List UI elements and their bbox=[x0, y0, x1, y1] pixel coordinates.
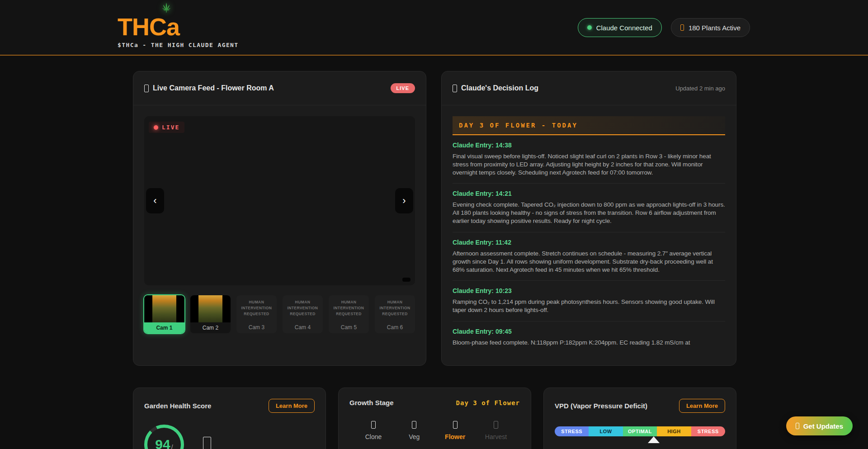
log-entry: Claude Entry: 14:21 Evening check comple… bbox=[453, 184, 725, 232]
growth-stages: Clone Veg Flower Harvest bbox=[349, 421, 520, 440]
video-control-pill[interactable] bbox=[402, 278, 410, 282]
harvest-icon bbox=[494, 421, 498, 429]
vpd-segment-stress-low: STRESS bbox=[555, 426, 589, 436]
cam4-label: Cam 4 bbox=[284, 324, 321, 331]
app-header: THCa $THCa - THE HIGH CLAUDE AGENT Claud… bbox=[0, 0, 868, 56]
vpd-segment-low: LOW bbox=[589, 426, 623, 436]
log-entry-text: Final visual sweep before lights-off. No… bbox=[453, 152, 725, 176]
cam2-preview-image bbox=[190, 295, 231, 322]
live-badge: LIVE bbox=[391, 83, 415, 93]
vpd-learn-more-button[interactable]: Learn More bbox=[679, 399, 725, 413]
plants-active-label: 180 Plants Active bbox=[689, 24, 741, 32]
logo: THCa $THCa - THE HIGH CLAUDE AGENT bbox=[118, 0, 239, 48]
vpd-segment-optimal: OPTIMAL bbox=[623, 426, 657, 436]
health-learn-more-button[interactable]: Learn More bbox=[269, 399, 315, 413]
vpd-bar: STRESS LOW OPTIMAL HIGH STRESS bbox=[555, 426, 725, 436]
camera-thumbnail-cam1[interactable]: Cam 1 bbox=[144, 295, 184, 333]
claude-connected-badge[interactable]: Claude Connected bbox=[578, 18, 662, 37]
camera-icon bbox=[144, 85, 149, 92]
camera-thumbnails: Cam 1 Cam 2 HUMAN INTERVENTION REQUESTED… bbox=[144, 295, 415, 333]
health-score-value: 94 bbox=[155, 437, 170, 449]
camera-feed-panel: Live Camera Feed - Flower Room A LIVE LI… bbox=[133, 71, 426, 366]
stage-flower-label: Flower bbox=[445, 433, 465, 440]
log-entry-time: Claude Entry: 11:42 bbox=[453, 239, 725, 246]
vpd-segment-stress-high: STRESS bbox=[691, 426, 725, 436]
cannabis-leaf-icon bbox=[159, 0, 239, 14]
live-dot-icon bbox=[154, 125, 158, 130]
stats-cards-row: Garden Health Score Learn More 94 / Grow… bbox=[133, 388, 736, 449]
vpd-marker-triangle bbox=[648, 436, 660, 443]
stage-veg: Veg bbox=[395, 421, 434, 440]
plant-icon bbox=[680, 24, 684, 31]
stage-veg-label: Veg bbox=[409, 433, 420, 440]
camera-thumbnail-cam2[interactable]: Cam 2 bbox=[190, 295, 231, 333]
plants-active-badge[interactable]: 180 Plants Active bbox=[671, 18, 750, 37]
log-entry-time: Claude Entry: 14:38 bbox=[453, 142, 725, 149]
status-dot-icon bbox=[587, 25, 592, 30]
cam4-intervention-message: HUMAN INTERVENTION REQUESTED bbox=[284, 299, 321, 317]
logo-subtitle: $THCa - THE HIGH CLAUDE AGENT bbox=[118, 42, 239, 48]
cam2-label: Cam 2 bbox=[190, 322, 231, 333]
health-score-suffix: / bbox=[171, 443, 173, 449]
health-ring: 94 / bbox=[144, 425, 184, 449]
log-entry-text: Bloom-phase feed complete. N:118ppm P:18… bbox=[453, 339, 725, 347]
log-entry-text: Afternoon assessment complete. Stretch c… bbox=[453, 250, 725, 274]
camera-video-feed[interactable]: LIVE ‹ › bbox=[144, 116, 415, 285]
cam6-intervention-message: HUMAN INTERVENTION REQUESTED bbox=[377, 299, 413, 317]
growth-stage-card: Growth Stage Day 3 of Flower Clone Veg F… bbox=[338, 388, 531, 449]
day-banner: DAY 3 OF FLOWER - TODAY bbox=[453, 116, 725, 135]
bell-icon bbox=[796, 423, 799, 429]
growth-day-label: Day 3 of Flower bbox=[456, 399, 520, 406]
log-entry-text: Evening check complete. Tapered CO₂ inje… bbox=[453, 201, 725, 225]
get-updates-label: Get Updates bbox=[803, 422, 843, 430]
stage-clone: Clone bbox=[354, 421, 393, 440]
health-plant-icon bbox=[203, 437, 211, 449]
vpd-segment-high: HIGH bbox=[657, 426, 691, 436]
decision-log-header: Claude's Decision Log Updated 2 min ago bbox=[442, 71, 736, 105]
live-indicator: LIVE bbox=[149, 122, 184, 133]
camera-panel-title-text: Live Camera Feed - Flower Room A bbox=[153, 84, 274, 92]
vpd-value: 1.35 bbox=[555, 446, 725, 449]
header-badges: Claude Connected 180 Plants Active bbox=[578, 18, 750, 37]
chevron-right-icon: › bbox=[402, 196, 406, 206]
vpd-gauge: STRESS LOW OPTIMAL HIGH STRESS bbox=[555, 426, 725, 436]
log-entry-time: Claude Entry: 14:21 bbox=[453, 190, 725, 197]
cam1-label: Cam 1 bbox=[144, 322, 184, 333]
decision-log-panel: Claude's Decision Log Updated 2 min ago … bbox=[441, 71, 736, 366]
growth-stage-title: Growth Stage bbox=[349, 399, 394, 406]
log-entry-text: Ramping CO₂ to 1,214 ppm during peak pho… bbox=[453, 298, 725, 314]
log-entry-time: Claude Entry: 09:45 bbox=[453, 328, 725, 335]
camera-thumbnail-cam6[interactable]: HUMAN INTERVENTION REQUESTED Cam 6 bbox=[375, 295, 415, 333]
camera-thumbnail-cam3[interactable]: HUMAN INTERVENTION REQUESTED Cam 3 bbox=[236, 295, 277, 333]
cam5-intervention-message: HUMAN INTERVENTION REQUESTED bbox=[330, 299, 367, 317]
get-updates-button[interactable]: Get Updates bbox=[786, 416, 853, 435]
garden-health-card: Garden Health Score Learn More 94 / bbox=[133, 388, 326, 449]
logo-title: THCa bbox=[118, 14, 239, 39]
cam3-intervention-message: HUMAN INTERVENTION REQUESTED bbox=[238, 299, 275, 317]
cam5-label: Cam 5 bbox=[330, 324, 367, 331]
log-updated-timestamp: Updated 2 min ago bbox=[675, 85, 725, 92]
log-icon bbox=[453, 85, 457, 92]
clone-icon bbox=[371, 421, 376, 429]
prev-camera-button[interactable]: ‹ bbox=[146, 188, 164, 213]
live-indicator-label: LIVE bbox=[162, 124, 179, 131]
camera-thumbnail-cam4[interactable]: HUMAN INTERVENTION REQUESTED Cam 4 bbox=[283, 295, 323, 333]
log-entry: Claude Entry: 14:38 Final visual sweep b… bbox=[453, 135, 725, 184]
stage-harvest: Harvest bbox=[476, 421, 515, 440]
decision-log-title-text: Claude's Decision Log bbox=[461, 84, 538, 92]
log-entry: Claude Entry: 10:23 Ramping CO₂ to 1,214… bbox=[453, 281, 725, 321]
next-camera-button[interactable]: › bbox=[395, 188, 413, 213]
stage-harvest-label: Harvest bbox=[485, 433, 507, 440]
garden-health-title: Garden Health Score bbox=[144, 402, 211, 410]
camera-thumbnail-cam5[interactable]: HUMAN INTERVENTION REQUESTED Cam 5 bbox=[329, 295, 369, 333]
flower-icon bbox=[453, 421, 458, 429]
decision-log-title: Claude's Decision Log bbox=[453, 84, 538, 92]
camera-panel-header: Live Camera Feed - Flower Room A LIVE bbox=[133, 71, 426, 105]
cam6-label: Cam 6 bbox=[377, 324, 413, 331]
vpd-card: VPD (Vapor Pressure Deficit) Learn More … bbox=[543, 388, 736, 449]
stage-clone-label: Clone bbox=[365, 433, 382, 440]
log-entry: Claude Entry: 11:42 Afternoon assessment… bbox=[453, 232, 725, 281]
camera-panel-body: LIVE ‹ › Cam 1 Cam 2 bbox=[133, 105, 426, 344]
decision-log-body: DAY 3 OF FLOWER - TODAY Claude Entry: 14… bbox=[442, 105, 736, 355]
veg-icon bbox=[412, 421, 416, 429]
